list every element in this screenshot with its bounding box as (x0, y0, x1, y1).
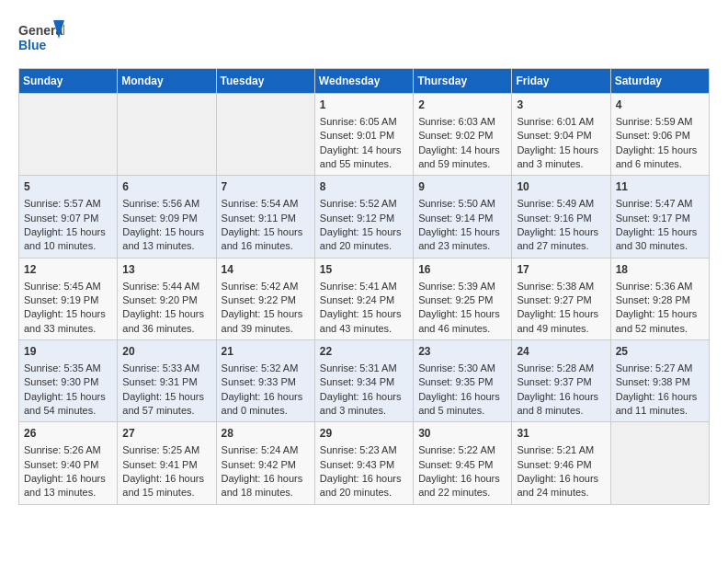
cell-content: Sunrise: 5:25 AM (122, 443, 210, 457)
cell-content: Daylight: 16 hours (517, 390, 605, 404)
cell-content: Sunrise: 6:05 AM (320, 115, 408, 129)
calendar-cell: 11Sunrise: 5:47 AMSunset: 9:17 PMDayligh… (610, 176, 709, 258)
cell-content: Daylight: 15 hours (517, 307, 605, 321)
cell-content: Sunrise: 5:49 AM (517, 197, 605, 211)
cell-content: Daylight: 16 hours (222, 472, 310, 486)
calendar-table: SundayMondayTuesdayWednesdayThursdayFrid… (18, 68, 710, 505)
cell-content: Sunset: 9:20 PM (122, 293, 210, 307)
cell-content: Sunrise: 5:50 AM (418, 197, 506, 211)
cell-content: Daylight: 16 hours (320, 472, 408, 486)
cell-content: Sunset: 9:28 PM (616, 293, 704, 307)
cell-content: Sunset: 9:43 PM (320, 458, 408, 472)
cell-content: Sunset: 9:12 PM (320, 212, 408, 225)
day-number: 24 (517, 344, 605, 360)
day-number: 13 (122, 262, 210, 278)
cell-content: Sunset: 9:07 PM (24, 212, 112, 225)
cell-content: Sunset: 9:42 PM (222, 458, 310, 472)
cell-content: and 5 minutes. (418, 404, 506, 418)
calendar-cell: 18Sunrise: 5:36 AMSunset: 9:28 PMDayligh… (610, 258, 709, 339)
cell-content: and 20 minutes. (320, 486, 408, 500)
cell-content: Daylight: 16 hours (616, 390, 704, 404)
weekday-header: Friday (512, 69, 610, 94)
cell-content: Sunset: 9:27 PM (517, 293, 605, 307)
day-number: 12 (24, 262, 112, 278)
cell-content: Sunset: 9:37 PM (517, 375, 605, 389)
day-number: 4 (616, 98, 704, 113)
calendar-cell: 1Sunrise: 6:05 AMSunset: 9:01 PMDaylight… (314, 94, 413, 176)
cell-content: Sunrise: 5:33 AM (122, 362, 210, 375)
day-number: 28 (222, 426, 310, 442)
cell-content: Sunrise: 5:22 AM (418, 443, 506, 457)
day-number: 5 (24, 179, 112, 195)
cell-content: Sunrise: 5:24 AM (222, 443, 310, 457)
cell-content: Sunset: 9:34 PM (320, 375, 408, 389)
cell-content: Daylight: 15 hours (24, 307, 112, 321)
cell-content: Sunrise: 5:31 AM (320, 362, 408, 375)
page-header: General Blue (18, 18, 710, 59)
logo: General Blue (18, 18, 64, 59)
cell-content: and 13 minutes. (122, 239, 210, 253)
cell-content: Daylight: 15 hours (320, 225, 408, 239)
cell-content: and 36 minutes. (122, 322, 210, 336)
weekday-header: Sunday (19, 69, 118, 94)
cell-content: Sunset: 9:06 PM (616, 129, 704, 143)
cell-content: Daylight: 16 hours (24, 472, 112, 486)
day-number: 18 (616, 262, 704, 278)
cell-content: Sunrise: 5:56 AM (122, 197, 210, 211)
day-number: 23 (418, 344, 506, 360)
calendar-cell: 17Sunrise: 5:38 AMSunset: 9:27 PMDayligh… (512, 258, 610, 339)
cell-content: and 52 minutes. (616, 322, 704, 336)
cell-content: Sunset: 9:09 PM (122, 212, 210, 225)
cell-content: Daylight: 16 hours (418, 472, 506, 486)
calendar-cell: 9Sunrise: 5:50 AMSunset: 9:14 PMDaylight… (414, 176, 512, 258)
day-number: 9 (418, 179, 506, 195)
cell-content: Sunrise: 6:03 AM (418, 115, 506, 129)
calendar-cell: 15Sunrise: 5:41 AMSunset: 9:24 PMDayligh… (314, 258, 413, 339)
calendar-week-row: 1Sunrise: 6:05 AMSunset: 9:01 PMDaylight… (19, 94, 710, 176)
cell-content: and 0 minutes. (222, 404, 310, 418)
calendar-cell: 14Sunrise: 5:42 AMSunset: 9:22 PMDayligh… (216, 258, 314, 339)
day-number: 22 (320, 344, 408, 360)
calendar-week-row: 26Sunrise: 5:26 AMSunset: 9:40 PMDayligh… (19, 422, 710, 504)
cell-content: Sunset: 9:25 PM (418, 293, 506, 307)
day-number: 10 (517, 179, 605, 195)
cell-content: Sunset: 9:35 PM (418, 375, 506, 389)
cell-content: Daylight: 15 hours (616, 307, 704, 321)
day-number: 30 (418, 426, 506, 442)
cell-content: Daylight: 15 hours (122, 225, 210, 239)
cell-content: Sunrise: 5:38 AM (517, 280, 605, 293)
cell-content: Sunset: 9:45 PM (418, 458, 506, 472)
cell-content: and 6 minutes. (616, 157, 704, 171)
calendar-cell: 6Sunrise: 5:56 AMSunset: 9:09 PMDaylight… (118, 176, 216, 258)
cell-content: Sunset: 9:14 PM (418, 212, 506, 225)
cell-content: Sunrise: 6:01 AM (517, 115, 605, 129)
day-number: 7 (222, 179, 310, 195)
cell-content: Daylight: 16 hours (122, 472, 210, 486)
cell-content: and 22 minutes. (418, 486, 506, 500)
cell-content: Daylight: 16 hours (517, 472, 605, 486)
calendar-cell: 22Sunrise: 5:31 AMSunset: 9:34 PMDayligh… (314, 340, 413, 422)
cell-content: Sunrise: 5:44 AM (122, 280, 210, 293)
cell-content: and 23 minutes. (418, 239, 506, 253)
cell-content: Sunset: 9:30 PM (24, 375, 112, 389)
day-number: 14 (222, 262, 310, 278)
calendar-cell: 16Sunrise: 5:39 AMSunset: 9:25 PMDayligh… (414, 258, 512, 339)
calendar-cell (610, 422, 709, 504)
cell-content: Daylight: 16 hours (418, 390, 506, 404)
cell-content: and 8 minutes. (517, 404, 605, 418)
calendar-cell: 8Sunrise: 5:52 AMSunset: 9:12 PMDaylight… (314, 176, 413, 258)
cell-content: Sunrise: 5:30 AM (418, 362, 506, 375)
cell-content: Sunset: 9:01 PM (320, 129, 408, 143)
cell-content: Sunrise: 5:54 AM (222, 197, 310, 211)
cell-content: Sunset: 9:38 PM (616, 375, 704, 389)
cell-content: Sunset: 9:46 PM (517, 458, 605, 472)
day-number: 19 (24, 344, 112, 360)
day-number: 6 (122, 179, 210, 195)
cell-content: Daylight: 15 hours (122, 307, 210, 321)
cell-content: Daylight: 15 hours (616, 225, 704, 239)
cell-content: Sunrise: 5:47 AM (616, 197, 704, 211)
calendar-cell: 2Sunrise: 6:03 AMSunset: 9:02 PMDaylight… (414, 94, 512, 176)
cell-content: and 16 minutes. (222, 239, 310, 253)
calendar-cell (19, 94, 118, 176)
cell-content: Sunset: 9:41 PM (122, 458, 210, 472)
